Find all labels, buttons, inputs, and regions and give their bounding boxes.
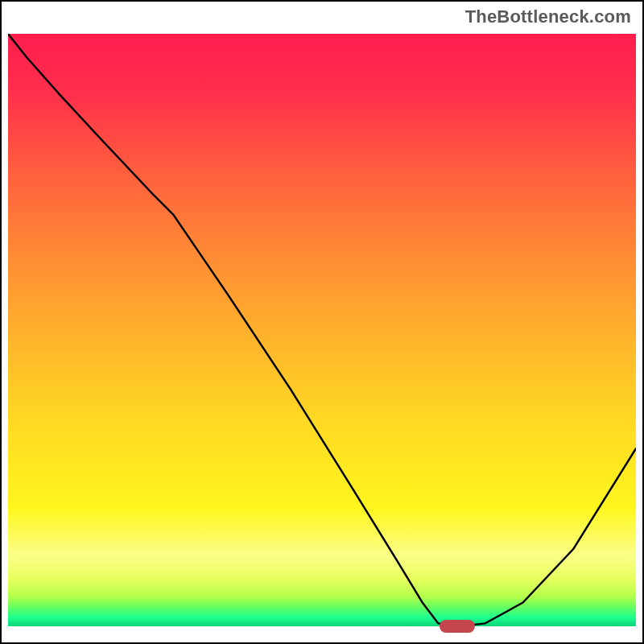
- bottleneck-curve: [8, 34, 636, 626]
- plot-area: [8, 34, 636, 626]
- curve-line: [8, 34, 636, 626]
- watermark-text: TheBottleneck.com: [465, 6, 631, 27]
- optimum-marker: [440, 620, 475, 633]
- chart-frame: TheBottleneck.com: [0, 0, 644, 644]
